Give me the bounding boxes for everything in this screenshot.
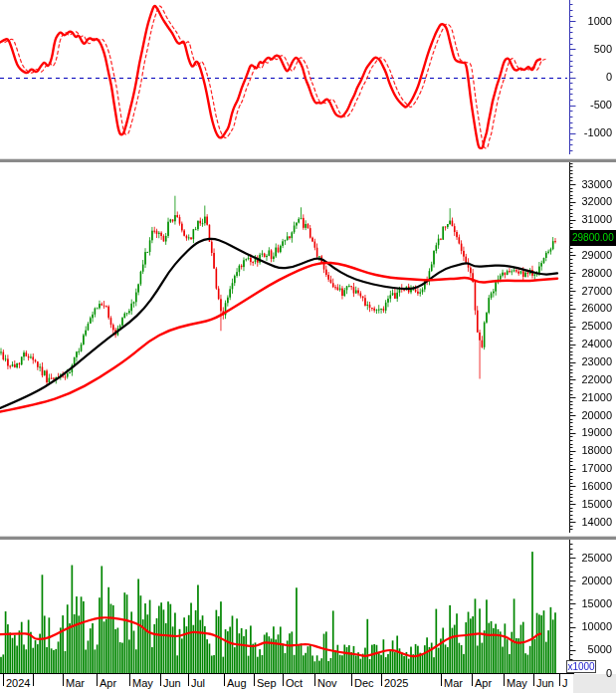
x-axis-tick [441,674,442,686]
x-axis-label: Jul [191,677,205,690]
x-axis-tick [533,674,534,686]
x-axis-tick [97,674,98,686]
x-axis-label: J [562,677,568,690]
y-axis-label: 17000 [581,462,612,475]
y-axis-label: 31000 [581,213,612,226]
x-axis-tick [160,674,161,686]
indicator-plot-canvas[interactable] [0,0,616,154]
y-axis-label: 14000 [581,516,612,529]
x-axis-line [0,673,574,674]
y-axis-label: 29000 [581,249,612,262]
y-axis-label: -1000 [584,126,612,139]
x-axis-tick [504,674,505,686]
y-axis-label: 0 [606,667,612,680]
x-axis-label: Nov [317,677,337,690]
y-axis-label: 18000 [581,444,612,457]
x-axis-label: Apr [100,677,116,690]
y-axis-label: 33000 [581,178,612,191]
y-axis-label: 16000 [581,480,612,493]
x-axis-label: Mar [444,677,463,690]
y-axis-label: 10000 [581,620,612,633]
x-axis-label: May [507,677,527,690]
x-axis-label: Sep [257,677,277,690]
chart-window: 10005000-500-100033000320003100030000290… [0,0,616,693]
x-axis-label: May [132,677,153,690]
volume-unit-label: x1000 [566,660,596,673]
x-axis-tick [314,674,315,686]
indicator-panel [0,0,616,154]
x-axis-label: Mar [66,677,85,690]
y-axis-label: 20000 [581,575,612,587]
y-axis-label: 28000 [581,267,612,280]
y-axis-label: 1000 [588,15,612,28]
x-axis-tick [559,674,560,686]
x-axis-label: Aug [227,677,247,690]
y-axis-label: 26000 [581,302,612,315]
x-axis-tick [33,674,34,686]
panel-splitter-2[interactable] [0,533,616,540]
x-axis-label: Dec [354,677,374,690]
x-axis-tick [472,674,473,686]
y-axis-label: 25000 [581,552,612,565]
y-axis-label: 15000 [581,597,612,610]
x-axis-tick [283,674,284,686]
y-axis-label: 0 [606,71,612,84]
y-axis-label: 25000 [581,320,612,333]
x-axis-tick [3,674,4,686]
x-axis-tick [188,674,189,686]
x-axis-tick [63,674,64,686]
panel-splitter-1[interactable] [0,154,616,162]
last-price-label: 29800.00 [570,230,616,246]
y-axis-label: 21000 [581,391,612,404]
x-axis-tick [351,674,352,686]
y-axis-label: 20000 [581,409,612,422]
x-axis-label: 2025 [384,677,408,690]
x-axis-label: Jun [536,677,554,690]
y-axis-label: 500 [594,43,612,56]
volume-plot-canvas[interactable] [0,540,616,673]
x-axis-label: 2024 [6,677,30,690]
y-axis-label: 19000 [581,426,612,439]
x-axis-label: Jun [163,677,181,690]
volume-panel [0,540,616,673]
y-axis-label: 15000 [581,498,612,511]
price-panel [0,162,616,533]
y-axis-label: 27000 [581,285,612,298]
x-axis-tick [129,674,130,686]
x-axis-tick [381,674,382,686]
price-plot-canvas[interactable] [0,162,616,533]
x-axis-label: Apr [475,677,492,690]
y-axis-label: -500 [590,99,612,112]
y-axis-label: 32000 [581,195,612,208]
x-axis-tick [224,674,225,686]
x-axis-tick [254,674,255,686]
y-axis-label: 5000 [588,643,612,656]
y-axis-label: 24000 [581,338,612,350]
x-axis-label: Oct [286,677,303,690]
y-axis-label: 23000 [581,355,612,368]
y-axis-label: 22000 [581,373,612,386]
